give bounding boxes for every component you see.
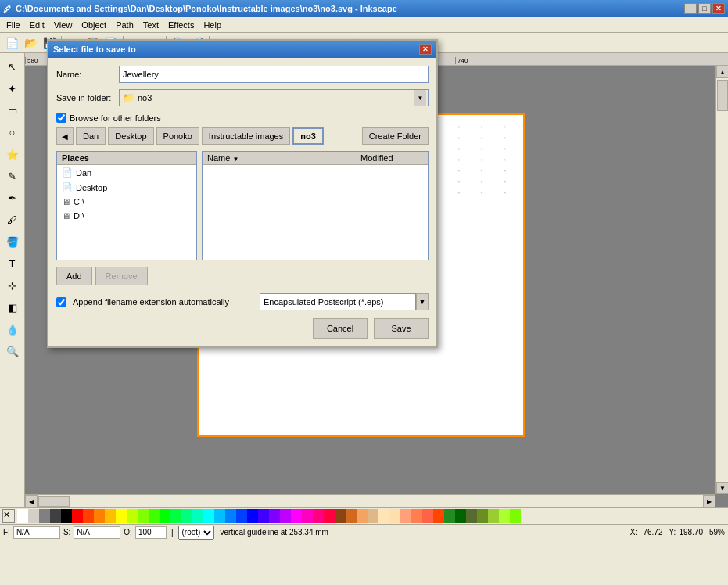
files-panel: Name ▼ Modified	[202, 151, 429, 260]
name-label: Name:	[56, 70, 119, 79]
remove-place-button: Remove	[95, 267, 148, 285]
dialog-close-button[interactable]: ✕	[419, 44, 432, 55]
dialog-body: Name: Save in folder: 📁 no3 ▼ Browse for…	[48, 58, 436, 346]
file-browser: Places 📄 Dan 📄 Desktop 🖥 C:\	[56, 151, 429, 260]
save-in-row: Save in folder: 📁 no3 ▼	[56, 89, 429, 106]
places-item-dan[interactable]: 📄 Dan	[57, 165, 196, 180]
places-item-desktop[interactable]: 📄 Desktop	[57, 180, 196, 195]
nav-back-button[interactable]: ◀	[56, 127, 74, 145]
nav-ponoko-button[interactable]: Ponoko	[156, 127, 199, 145]
append-ext-checkbox[interactable]	[56, 297, 66, 307]
nav-instructable-button[interactable]: Instructable images	[202, 127, 290, 145]
folder-icon: 📄	[62, 167, 73, 178]
places-header: Places	[57, 152, 196, 165]
nav-no3-button[interactable]: no3	[292, 127, 324, 145]
drive-icon: 🖥	[62, 197, 70, 206]
drive-icon: 🖥	[62, 211, 70, 221]
save-in-dropdown[interactable]: 📁 no3 ▼	[119, 89, 429, 106]
save-in-value: no3	[138, 93, 152, 102]
files-content	[203, 165, 428, 260]
create-folder-button[interactable]: Create Folder	[362, 127, 429, 145]
places-panel: Places 📄 Dan 📄 Desktop 🖥 C:\	[56, 151, 197, 260]
folder-icon: 📁	[123, 92, 134, 103]
name-row: Name:	[56, 66, 429, 83]
browse-label: Browse for other folders	[70, 113, 161, 123]
places-item-d[interactable]: 🖥 D:\	[57, 209, 196, 223]
places-btn-row: Add Remove	[56, 267, 429, 285]
ext-value: Encapsulated Postscript (*.eps)	[264, 297, 383, 307]
ext-dropdown-arrow[interactable]: ▼	[416, 293, 429, 310]
places-item-desktop-label: Desktop	[76, 183, 107, 192]
save-dialog-button[interactable]: Save	[374, 318, 429, 339]
nav-desktop-button[interactable]: Desktop	[108, 127, 153, 145]
files-sort-arrow: ▼	[232, 156, 238, 163]
save-in-label: Save in folder:	[56, 93, 119, 102]
places-item-dan-label: Dan	[76, 168, 91, 178]
extension-row: Append filename extension automatically …	[56, 293, 429, 310]
dialog-buttons: Cancel Save	[56, 318, 429, 339]
add-place-button[interactable]: Add	[56, 267, 92, 285]
name-input[interactable]	[119, 66, 429, 83]
browse-checkbox[interactable]	[56, 113, 66, 123]
folder-icon: 📄	[62, 182, 73, 192]
places-list: 📄 Dan 📄 Desktop 🖥 C:\ 🖥	[57, 165, 196, 260]
files-header: Name ▼ Modified	[203, 152, 428, 165]
dialog-title-bar: Select file to save to ✕	[48, 41, 436, 58]
dropdown-arrow-icon[interactable]: ▼	[414, 90, 426, 106]
browse-row: Browse for other folders	[56, 113, 429, 123]
save-dialog: Select file to save to ✕ Name: Save in f…	[47, 39, 438, 348]
ext-select[interactable]: Encapsulated Postscript (*.eps)	[260, 293, 416, 310]
places-item-c[interactable]: 🖥 C:\	[57, 195, 196, 209]
nav-row: ◀ Dan Desktop Ponoko Instructable images…	[56, 127, 429, 145]
files-col-modified[interactable]: Modified	[360, 153, 423, 163]
append-ext-label: Append filename extension automatically	[73, 297, 229, 307]
nav-dan-button[interactable]: Dan	[76, 127, 106, 145]
files-name-header-label: Name	[207, 153, 230, 163]
places-item-c-label: C:\	[74, 197, 84, 206]
files-col-name[interactable]: Name ▼	[207, 153, 354, 163]
dialog-overlay: Select file to save to ✕ Name: Save in f…	[0, 0, 728, 585]
cancel-button[interactable]: Cancel	[313, 318, 368, 339]
dialog-title-text: Select file to save to	[53, 45, 419, 54]
places-item-d-label: D:\	[74, 211, 84, 221]
